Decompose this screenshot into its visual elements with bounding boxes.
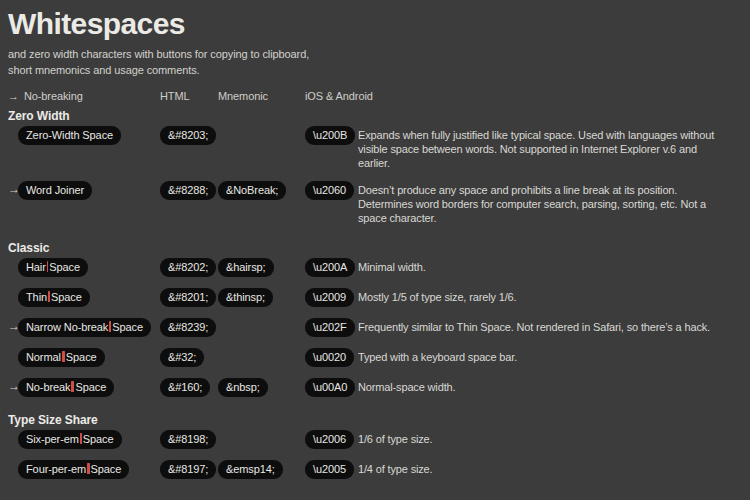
whitespace-row: Zero-Width Space &#8203; \u200B Expands … — [8, 125, 742, 170]
ios-cell: \u2006 — [305, 429, 358, 449]
html-cell: &#8202; — [160, 257, 218, 277]
name-chip[interactable]: Six-per-emSpace — [18, 430, 122, 449]
ios-code-chip[interactable]: \u2009 — [305, 288, 354, 307]
ios-code-chip[interactable]: \u2060 — [305, 181, 354, 200]
no-breaking-arrow-icon: → — [8, 317, 18, 336]
subtitle-line: short mnemonics and usage comments. — [8, 62, 742, 78]
mnemonic-chip[interactable]: &thinsp; — [218, 288, 273, 307]
name-chip[interactable]: No-breakSpace — [18, 378, 114, 397]
space-width-marker — [71, 381, 74, 392]
row-description: 1/4 of type size. — [358, 459, 742, 476]
mnemonic-cell: &hairsp; — [218, 257, 305, 277]
whitespace-section: Type Size Share Six-per-emSpace &#8198; … — [8, 413, 742, 479]
name-before: No-break — [26, 381, 70, 393]
ios-code-chip[interactable]: \u00A0 — [305, 378, 355, 397]
no-breaking-arrow-icon: → — [8, 377, 18, 396]
subtitle-line: and zero width characters with buttons f… — [8, 46, 742, 62]
html-code-chip[interactable]: &#8203; — [160, 126, 216, 145]
mnemonic-cell: &nbsp; — [218, 377, 305, 397]
name-before: Four-per-em — [26, 463, 86, 475]
mnemonic-chip[interactable]: &NoBreak; — [218, 181, 286, 200]
name-chip[interactable]: Four-per-emSpace — [18, 460, 129, 479]
ios-cell: \u2005 — [305, 459, 358, 479]
html-cell: &#8198; — [160, 429, 218, 449]
name-after: Space — [83, 433, 114, 445]
html-code-chip[interactable]: &#8198; — [160, 430, 216, 449]
name-cell: Four-per-emSpace — [18, 459, 160, 479]
name-chip[interactable]: Word Joiner — [18, 181, 92, 200]
space-width-marker — [109, 321, 111, 332]
description-line: Minimal width. — [358, 260, 742, 274]
description-line: Determines word borders for computer sea… — [358, 197, 742, 211]
whitespace-row: Six-per-emSpace &#8198; \u2006 1/6 of ty… — [8, 429, 742, 449]
mnemonic-cell: &emsp14; — [218, 459, 305, 479]
html-code-chip[interactable]: &#8288; — [160, 181, 216, 200]
name-chip[interactable]: HairSpace — [18, 258, 88, 277]
html-code-chip[interactable]: &#8239; — [160, 318, 216, 337]
section-label: Zero Width — [8, 109, 742, 123]
row-description: Normal-space width. — [358, 377, 742, 394]
column-header-row: →No-breaking HTML Mnemonic iOS & Android — [8, 89, 742, 103]
name-before: Thin — [26, 291, 47, 303]
whitespace-row: NormalSpace &#32; \u0020 Typed with a ke… — [8, 347, 742, 367]
column-header-html: HTML — [160, 89, 218, 103]
sections: Zero Width Zero-Width Space &#8203; \u20… — [8, 109, 742, 479]
description-line: Normal-space width. — [358, 380, 742, 394]
row-description: 1/6 of type size. — [358, 429, 742, 446]
whitespace-row: ThinSpace &#8201; &thinsp; \u2009 Mostly… — [8, 287, 742, 307]
description-line: Mostly 1/5 of type size, rarely 1/6. — [358, 290, 742, 304]
ios-code-chip[interactable]: \u2006 — [305, 430, 354, 449]
name-cell: ThinSpace — [18, 287, 160, 307]
section-rows: Six-per-emSpace &#8198; \u2006 1/6 of ty… — [8, 429, 742, 479]
name-cell: No-breakSpace — [18, 377, 160, 397]
html-code-chip[interactable]: &#8202; — [160, 258, 216, 277]
space-width-marker — [62, 351, 65, 362]
page-title: Whitespaces — [8, 8, 742, 40]
mnemonic-chip[interactable]: &emsp14; — [218, 460, 283, 479]
mnemonic-chip[interactable]: &hairsp; — [218, 258, 274, 277]
html-cell: &#8288; — [160, 180, 218, 200]
ios-code-chip[interactable]: \u202F — [305, 318, 355, 337]
ios-code-chip[interactable]: \u200A — [305, 258, 355, 277]
html-cell: &#160; — [160, 377, 218, 397]
ios-cell: \u200A — [305, 257, 358, 277]
name-chip[interactable]: ThinSpace — [18, 288, 90, 307]
description-line: Typed with a keyboard space bar. — [358, 350, 742, 364]
html-code-chip[interactable]: &#8197; — [160, 460, 216, 479]
space-width-marker — [48, 291, 50, 302]
ios-code-chip[interactable]: \u0020 — [305, 348, 354, 367]
no-breaking-arrow-icon: → — [8, 89, 19, 103]
whitespace-row: HairSpace &#8202; &hairsp; \u200A Minima… — [8, 257, 742, 277]
html-cell: &#8197; — [160, 459, 218, 479]
ios-cell: \u00A0 — [305, 377, 358, 397]
html-code-chip[interactable]: &#8201; — [160, 288, 216, 307]
mnemonic-chip[interactable]: &nbsp; — [218, 378, 268, 397]
name-chip[interactable]: Zero-Width Space — [18, 126, 121, 145]
whitespace-row: → No-breakSpace &#160; &nbsp; \u00A0 Nor… — [8, 377, 742, 397]
description-line: earlier. — [358, 156, 742, 170]
name-before: Six-per-em — [26, 433, 79, 445]
whitespace-row: → Word Joiner &#8288; &NoBreak; \u2060 D… — [8, 180, 742, 225]
space-width-marker — [87, 463, 90, 474]
ios-code-chip[interactable]: \u200B — [305, 126, 355, 145]
ios-cell: \u0020 — [305, 347, 358, 367]
ios-cell: \u2009 — [305, 287, 358, 307]
row-description: Minimal width. — [358, 257, 742, 274]
column-header-mnemonic: Mnemonic — [218, 89, 305, 103]
row-description: Doesn’t produce any space and prohibits … — [358, 180, 742, 225]
html-cell: &#8203; — [160, 125, 218, 145]
name-after: Space — [49, 261, 80, 273]
name-before: Narrow No-break — [26, 321, 108, 333]
section-label: Classic — [8, 241, 742, 255]
ios-code-chip[interactable]: \u2005 — [305, 460, 354, 479]
whitespaces-page: Whitespaces and zero width characters wi… — [0, 0, 750, 479]
name-after: Space — [66, 351, 97, 363]
name-chip[interactable]: NormalSpace — [18, 348, 105, 367]
html-code-chip[interactable]: &#32; — [160, 348, 204, 367]
column-header-ios-android: iOS & Android — [305, 89, 742, 103]
name-chip[interactable]: Narrow No-breakSpace — [18, 318, 151, 337]
html-code-chip[interactable]: &#160; — [160, 378, 210, 397]
description-line: visible space between words. Not support… — [358, 142, 742, 156]
ios-cell: \u2060 — [305, 180, 358, 200]
name-before: Hair — [26, 261, 46, 273]
